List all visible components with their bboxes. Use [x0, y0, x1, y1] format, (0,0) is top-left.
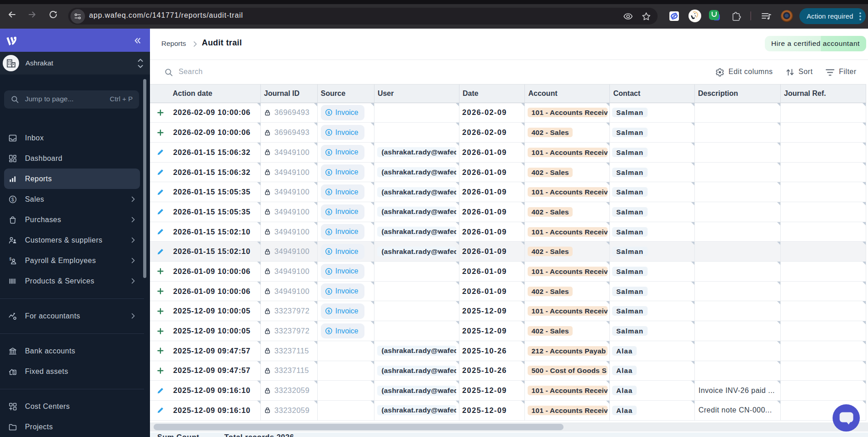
svg-text:$: $ — [328, 289, 330, 294]
svg-text:$: $ — [11, 197, 14, 202]
svg-text:$: $ — [9, 256, 12, 261]
svg-text:$: $ — [328, 209, 330, 214]
svg-text:$: $ — [328, 328, 330, 333]
svg-text:$: $ — [328, 269, 330, 274]
svg-text:$: $ — [328, 229, 330, 234]
svg-text:$: $ — [328, 170, 330, 175]
svg-text:$: $ — [328, 130, 330, 135]
svg-text:$: $ — [328, 189, 330, 194]
svg-text:$: $ — [328, 150, 330, 155]
svg-text:$: $ — [328, 308, 330, 313]
svg-text:$: $ — [328, 249, 330, 254]
svg-text:$: $ — [328, 110, 330, 115]
